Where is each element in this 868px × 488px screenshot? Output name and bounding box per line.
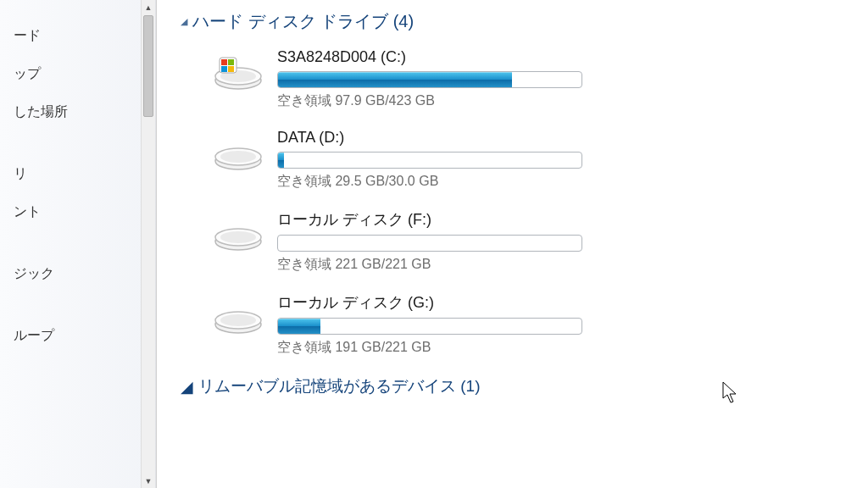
- drive-item[interactable]: ローカル ディスク (G:) 空き領域 191 GB/221 GB: [211, 292, 844, 357]
- capacity-bar: [277, 318, 582, 335]
- drive-info: ローカル ディスク (G:) 空き領域 191 GB/221 GB: [277, 292, 599, 357]
- capacity-bar: [277, 71, 582, 88]
- capacity-bar: [277, 152, 582, 169]
- hard-drive-icon: [211, 48, 265, 94]
- section-title: ハード ディスク ドライブ (4): [192, 10, 414, 33]
- scrollbar-thumb[interactable]: [143, 15, 153, 117]
- sidebar-item[interactable]: ード: [7, 17, 156, 55]
- collapse-icon: ◢: [181, 16, 187, 27]
- drive-label: ローカル ディスク (F:): [277, 209, 599, 230]
- sidebar-scrollbar[interactable]: ▲ ▼: [141, 0, 155, 488]
- sidebar-item[interactable]: した場所: [7, 93, 156, 131]
- navigation-sidebar: ード ップ した場所 リ ント ジック ループ ▲ ▼: [0, 0, 157, 488]
- capacity-bar-fill: [278, 152, 284, 168]
- scroll-down-icon[interactable]: ▼: [142, 474, 155, 488]
- sidebar-item[interactable]: リ: [7, 155, 156, 193]
- drive-label: ローカル ディスク (G:): [277, 292, 599, 313]
- collapse-icon: ◢: [181, 377, 193, 396]
- free-space-text: 空き領域 29.5 GB/30.0 GB: [277, 173, 599, 191]
- sidebar-item[interactable]: ループ: [7, 317, 156, 355]
- drive-label: S3A8248D004 (C:): [277, 48, 599, 66]
- drive-item[interactable]: S3A8248D004 (C:) 空き領域 97.9 GB/423 GB: [211, 48, 844, 110]
- drive-item[interactable]: ローカル ディスク (F:) 空き領域 221 GB/221 GB: [211, 209, 844, 274]
- svg-point-9: [220, 231, 256, 243]
- drive-info: ローカル ディスク (F:) 空き領域 221 GB/221 GB: [277, 209, 599, 274]
- section-title: リムーバブル記憶域があるデバイス (1): [198, 375, 481, 397]
- drive-info: DATA (D:) 空き領域 29.5 GB/30.0 GB: [277, 129, 599, 191]
- svg-point-12: [220, 314, 256, 326]
- main-content: ◢ ハード ディスク ドライブ (4) S3A8248D004 (C:) 空き領…: [157, 0, 868, 488]
- hard-drive-icon: [211, 292, 265, 338]
- free-space-text: 空き領域 191 GB/221 GB: [277, 339, 599, 357]
- hard-drive-icon: [211, 209, 265, 255]
- removable-section-header[interactable]: ◢ リムーバブル記憶域があるデバイス (1): [181, 375, 844, 397]
- free-space-text: 空き領域 97.9 GB/423 GB: [277, 92, 599, 110]
- hard-drive-icon: [211, 129, 265, 175]
- drive-label: DATA (D:): [277, 129, 599, 147]
- hdd-section-header[interactable]: ◢ ハード ディスク ドライブ (4): [181, 10, 844, 33]
- sidebar-item[interactable]: ジック: [7, 255, 156, 293]
- scroll-up-icon[interactable]: ▲: [142, 0, 155, 14]
- capacity-bar-fill: [278, 72, 512, 87]
- sidebar-item[interactable]: ップ: [7, 55, 156, 93]
- drive-info: S3A8248D004 (C:) 空き領域 97.9 GB/423 GB: [277, 48, 599, 110]
- free-space-text: 空き領域 221 GB/221 GB: [277, 256, 599, 274]
- svg-point-6: [220, 151, 256, 163]
- capacity-bar-fill: [278, 319, 320, 334]
- drive-item[interactable]: DATA (D:) 空き領域 29.5 GB/30.0 GB: [211, 129, 844, 191]
- capacity-bar: [277, 235, 582, 252]
- sidebar-item[interactable]: ント: [7, 193, 156, 231]
